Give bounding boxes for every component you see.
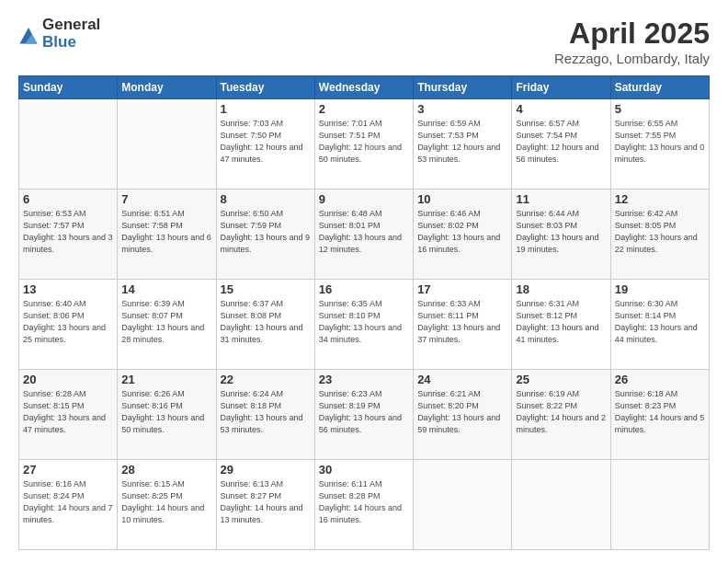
day-number: 16: [319, 282, 409, 296]
header-thursday: Thursday: [414, 76, 512, 99]
day-info: Sunrise: 6:26 AM Sunset: 8:16 PM Dayligh…: [121, 388, 211, 436]
calendar-cell: 6Sunrise: 6:53 AM Sunset: 7:57 PM Daylig…: [19, 190, 118, 280]
logo-general-text: General: [42, 17, 100, 34]
day-number: 9: [319, 192, 409, 206]
day-number: 18: [516, 282, 606, 296]
day-number: 24: [417, 373, 507, 386]
day-info: Sunrise: 6:46 AM Sunset: 8:02 PM Dayligh…: [417, 208, 507, 256]
day-info: Sunrise: 6:28 AM Sunset: 8:15 PM Dayligh…: [23, 388, 113, 436]
day-info: Sunrise: 6:51 AM Sunset: 7:58 PM Dayligh…: [121, 208, 211, 256]
calendar-cell: 12Sunrise: 6:42 AM Sunset: 8:05 PM Dayli…: [610, 190, 709, 280]
calendar-cell: 1Sunrise: 7:03 AM Sunset: 7:50 PM Daylig…: [216, 99, 314, 190]
day-number: 3: [417, 102, 507, 116]
day-info: Sunrise: 6:13 AM Sunset: 8:27 PM Dayligh…: [221, 478, 311, 526]
calendar-week-3: 13Sunrise: 6:40 AM Sunset: 8:06 PM Dayli…: [19, 280, 710, 370]
day-info: Sunrise: 6:37 AM Sunset: 8:08 PM Dayligh…: [221, 298, 311, 346]
day-info: Sunrise: 6:24 AM Sunset: 8:18 PM Dayligh…: [221, 388, 311, 436]
day-number: 23: [319, 373, 409, 386]
calendar-cell: 15Sunrise: 6:37 AM Sunset: 8:08 PM Dayli…: [216, 280, 314, 370]
day-info: Sunrise: 6:19 AM Sunset: 8:22 PM Dayligh…: [516, 388, 606, 436]
logo: General Blue: [18, 17, 100, 51]
calendar-cell: [610, 460, 709, 550]
day-number: 25: [516, 373, 606, 386]
day-number: 27: [23, 463, 113, 477]
calendar-cell: 13Sunrise: 6:40 AM Sunset: 8:06 PM Dayli…: [19, 280, 118, 370]
day-number: 22: [221, 373, 311, 386]
day-number: 13: [23, 282, 113, 296]
calendar-cell: [512, 460, 610, 550]
day-number: 21: [121, 373, 211, 386]
day-number: 12: [615, 192, 705, 206]
calendar-cell: 9Sunrise: 6:48 AM Sunset: 8:01 PM Daylig…: [314, 190, 413, 280]
logo-text: General Blue: [42, 17, 100, 51]
day-info: Sunrise: 7:01 AM Sunset: 7:51 PM Dayligh…: [319, 118, 409, 166]
day-number: 17: [417, 282, 507, 296]
calendar-cell: 4Sunrise: 6:57 AM Sunset: 7:54 PM Daylig…: [512, 99, 610, 190]
day-number: 8: [221, 192, 311, 206]
day-info: Sunrise: 6:55 AM Sunset: 7:55 PM Dayligh…: [615, 118, 705, 166]
day-info: Sunrise: 6:23 AM Sunset: 8:19 PM Dayligh…: [319, 388, 409, 436]
calendar-cell: 24Sunrise: 6:21 AM Sunset: 8:20 PM Dayli…: [414, 370, 512, 460]
calendar-cell: [414, 460, 512, 550]
day-info: Sunrise: 6:35 AM Sunset: 8:10 PM Dayligh…: [319, 298, 409, 346]
calendar-week-1: 1Sunrise: 7:03 AM Sunset: 7:50 PM Daylig…: [19, 99, 710, 190]
calendar-cell: 20Sunrise: 6:28 AM Sunset: 8:15 PM Dayli…: [19, 370, 118, 460]
calendar-cell: 17Sunrise: 6:33 AM Sunset: 8:11 PM Dayli…: [414, 280, 512, 370]
header-sunday: Sunday: [19, 76, 118, 99]
calendar-cell: 18Sunrise: 6:31 AM Sunset: 8:12 PM Dayli…: [512, 280, 610, 370]
calendar-week-4: 20Sunrise: 6:28 AM Sunset: 8:15 PM Dayli…: [19, 370, 710, 460]
calendar-cell: 21Sunrise: 6:26 AM Sunset: 8:16 PM Dayli…: [118, 370, 216, 460]
day-number: 11: [516, 192, 606, 206]
title-block: April 2025 Rezzago, Lombardy, Italy: [554, 17, 710, 66]
day-number: 20: [23, 373, 113, 386]
day-info: Sunrise: 6:48 AM Sunset: 8:01 PM Dayligh…: [319, 208, 409, 256]
calendar-cell: 3Sunrise: 6:59 AM Sunset: 7:53 PM Daylig…: [414, 99, 512, 190]
calendar-header: Sunday Monday Tuesday Wednesday Thursday…: [19, 76, 710, 99]
calendar-cell: 25Sunrise: 6:19 AM Sunset: 8:22 PM Dayli…: [512, 370, 610, 460]
calendar-cell: 27Sunrise: 6:16 AM Sunset: 8:24 PM Dayli…: [19, 460, 118, 550]
day-info: Sunrise: 6:16 AM Sunset: 8:24 PM Dayligh…: [23, 478, 113, 526]
day-info: Sunrise: 6:53 AM Sunset: 7:57 PM Dayligh…: [23, 208, 113, 256]
calendar-cell: 22Sunrise: 6:24 AM Sunset: 8:18 PM Dayli…: [216, 370, 314, 460]
day-number: 28: [121, 463, 211, 477]
calendar-table: Sunday Monday Tuesday Wednesday Thursday…: [18, 75, 710, 550]
day-number: 5: [615, 102, 705, 116]
day-info: Sunrise: 6:21 AM Sunset: 8:20 PM Dayligh…: [417, 388, 507, 436]
calendar-cell: 19Sunrise: 6:30 AM Sunset: 8:14 PM Dayli…: [610, 280, 709, 370]
day-number: 15: [221, 282, 311, 296]
day-number: 29: [221, 463, 311, 477]
header-tuesday: Tuesday: [216, 76, 314, 99]
day-info: Sunrise: 6:11 AM Sunset: 8:28 PM Dayligh…: [319, 478, 409, 526]
calendar-cell: 2Sunrise: 7:01 AM Sunset: 7:51 PM Daylig…: [314, 99, 413, 190]
calendar-cell: 10Sunrise: 6:46 AM Sunset: 8:02 PM Dayli…: [414, 190, 512, 280]
day-number: 26: [615, 373, 705, 386]
day-number: 2: [319, 102, 409, 116]
calendar-cell: 29Sunrise: 6:13 AM Sunset: 8:27 PM Dayli…: [216, 460, 314, 550]
header-wednesday: Wednesday: [314, 76, 413, 99]
calendar-body: 1Sunrise: 7:03 AM Sunset: 7:50 PM Daylig…: [19, 99, 710, 550]
day-info: Sunrise: 6:31 AM Sunset: 8:12 PM Dayligh…: [516, 298, 606, 346]
day-info: Sunrise: 6:40 AM Sunset: 8:06 PM Dayligh…: [23, 298, 113, 346]
calendar-title: April 2025: [554, 17, 710, 51]
calendar-cell: 11Sunrise: 6:44 AM Sunset: 8:03 PM Dayli…: [512, 190, 610, 280]
day-info: Sunrise: 6:42 AM Sunset: 8:05 PM Dayligh…: [615, 208, 705, 256]
logo-blue-text: Blue: [42, 34, 100, 52]
calendar-cell: 5Sunrise: 6:55 AM Sunset: 7:55 PM Daylig…: [610, 99, 709, 190]
day-info: Sunrise: 6:18 AM Sunset: 8:23 PM Dayligh…: [615, 388, 705, 436]
day-info: Sunrise: 6:57 AM Sunset: 7:54 PM Dayligh…: [516, 118, 606, 166]
day-number: 7: [121, 192, 211, 206]
day-info: Sunrise: 6:15 AM Sunset: 8:25 PM Dayligh…: [121, 478, 211, 526]
header: General Blue April 2025 Rezzago, Lombard…: [18, 17, 710, 66]
day-info: Sunrise: 6:33 AM Sunset: 8:11 PM Dayligh…: [417, 298, 507, 346]
weekday-header-row: Sunday Monday Tuesday Wednesday Thursday…: [19, 76, 710, 99]
day-info: Sunrise: 7:03 AM Sunset: 7:50 PM Dayligh…: [221, 118, 311, 166]
header-friday: Friday: [512, 76, 610, 99]
day-number: 10: [417, 192, 507, 206]
calendar-cell: 28Sunrise: 6:15 AM Sunset: 8:25 PM Dayli…: [118, 460, 216, 550]
day-info: Sunrise: 6:59 AM Sunset: 7:53 PM Dayligh…: [417, 118, 507, 166]
calendar-week-2: 6Sunrise: 6:53 AM Sunset: 7:57 PM Daylig…: [19, 190, 710, 280]
day-info: Sunrise: 6:44 AM Sunset: 8:03 PM Dayligh…: [516, 208, 606, 256]
day-info: Sunrise: 6:50 AM Sunset: 7:59 PM Dayligh…: [221, 208, 311, 256]
day-number: 14: [121, 282, 211, 296]
calendar-cell: 7Sunrise: 6:51 AM Sunset: 7:58 PM Daylig…: [118, 190, 216, 280]
